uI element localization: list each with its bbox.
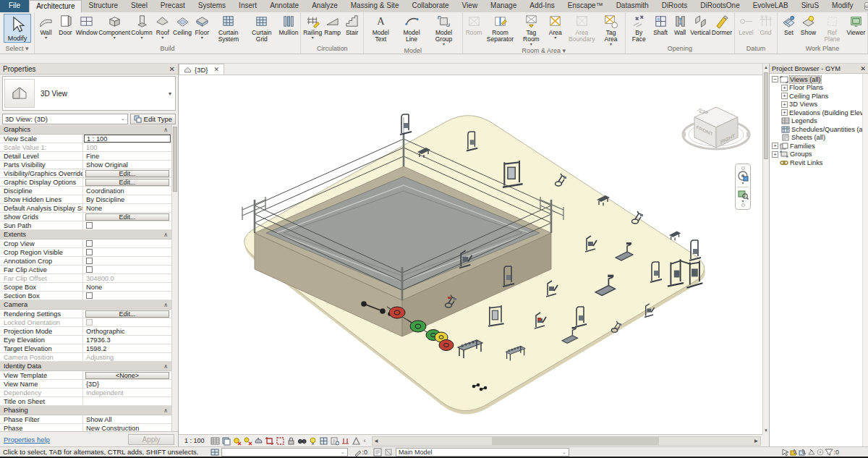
section-identity-data[interactable]: Identity Data∧ [0, 362, 171, 371]
scrollbar-thumb[interactable] [492, 437, 660, 445]
prop-view-name[interactable]: View Name{3D} [0, 380, 171, 389]
prop-phase[interactable]: PhaseNew Construction [0, 424, 171, 431]
tree-item-floor-plans[interactable]: +Floor Plans [770, 84, 868, 93]
chevron-down-icon[interactable]: ▾ [741, 182, 744, 185]
tab-manage[interactable]: Manage [484, 0, 523, 12]
horizontal-scrollbar[interactable]: ◄ ► [372, 436, 761, 446]
active-workset-select[interactable]: ⌄ [221, 448, 348, 457]
design-option-select[interactable]: Main Model⌄ [396, 448, 569, 457]
crop-view-icon[interactable] [265, 436, 274, 446]
section-extents[interactable]: Extents∧ [0, 230, 171, 239]
prop-target-elevation[interactable]: Target Elevation1598.2 [0, 344, 171, 353]
ribbon-button-shaft[interactable]: Shaft [651, 13, 671, 36]
section-box-checkbox[interactable] [86, 292, 93, 299]
prop-sun-path[interactable]: Sun Path [0, 221, 171, 230]
prop-far-clip-active[interactable]: Far Clip Active [0, 266, 171, 274]
ribbon-button-viewer[interactable]: Viewer [846, 13, 866, 36]
select-panel-label[interactable]: Select [5, 45, 23, 52]
ribbon-button-by-face[interactable]: By Face [627, 13, 651, 43]
view-template-button[interactable]: <None> [85, 372, 169, 379]
datum-panel-label[interactable]: Datum [746, 45, 766, 52]
worksharing-display-icon[interactable] [319, 436, 328, 446]
prop-scope-box[interactable]: Scope BoxNone [0, 283, 171, 292]
tab-sirus[interactable]: SiruS [795, 0, 825, 12]
tree-item-legends[interactable]: Legends [770, 117, 868, 126]
prop-detail-level[interactable]: Detail LevelFine [0, 152, 171, 161]
ribbon-button-roof[interactable]: Roof▾ [153, 13, 172, 40]
opening-panel-label[interactable]: Opening [668, 45, 692, 52]
model-panel-label[interactable]: Model [404, 47, 422, 54]
prop-parts-visibility[interactable]: Parts VisibilityShow Original [0, 161, 171, 169]
far-clip-checkbox[interactable] [86, 266, 93, 273]
view-tab-3d[interactable]: {3D} ✕ [179, 64, 224, 75]
expand-icon[interactable]: + [781, 101, 788, 108]
temporary-view-properties-icon[interactable] [330, 436, 339, 446]
collapse-arrow-icon[interactable]: ‹ [362, 437, 367, 444]
prop-phase-filter[interactable]: Phase FilterShow All [0, 415, 171, 424]
tab-view[interactable]: View [456, 0, 485, 12]
crop-view-checkbox[interactable] [86, 240, 93, 247]
analytical-model-icon[interactable] [352, 436, 361, 446]
prop-eye-elevation[interactable]: Eye Elevation17936.3 [0, 336, 171, 344]
steering-wheel-icon[interactable] [737, 170, 749, 182]
ribbon-button-ramp[interactable]: Ramp [323, 13, 342, 36]
work-plane-panel-label[interactable]: Work Plane [806, 45, 839, 52]
tab-steel[interactable]: Steel [124, 0, 154, 12]
ribbon-display-toggle-icon[interactable]: ▭▾ [864, 2, 868, 10]
rendering-dialog-icon[interactable] [254, 436, 263, 446]
tab-datasmith[interactable]: Datasmith [610, 0, 655, 12]
tab-systems[interactable]: Systems [192, 0, 232, 12]
ribbon-button-mullion[interactable]: Mullion [278, 13, 299, 36]
hide-isolate-icon[interactable] [297, 436, 307, 446]
tab-evolvelab[interactable]: EvolveLAB [746, 0, 795, 12]
tab-collaborate[interactable]: Collaborate [405, 0, 455, 12]
tree-item-sheets[interactable]: Sheets (all) [770, 134, 868, 143]
lock-view-icon[interactable] [286, 436, 296, 446]
ribbon-button-wall[interactable]: Wall▾ [36, 13, 56, 40]
editing-requests-icon[interactable] [354, 448, 362, 457]
scroll-right-icon[interactable]: ► [752, 438, 760, 444]
tree-item-3d-views[interactable]: +3D Views [770, 101, 868, 109]
view-scale-control[interactable]: 1 : 100 [180, 437, 209, 444]
prop-discipline[interactable]: DisciplineCoordination [0, 187, 171, 195]
filter-icon[interactable] [825, 448, 833, 457]
ribbon-button-model-group[interactable]: Model Group▾ [427, 13, 461, 46]
scroll-up-icon[interactable]: ▲ [763, 64, 769, 71]
ribbon-button-column[interactable]: Column▾ [131, 13, 153, 40]
prop-show-grids[interactable]: Show GridsEdit... [0, 213, 171, 221]
apply-button[interactable]: Apply [128, 434, 174, 445]
select-links-icon[interactable] [781, 448, 790, 457]
ribbon-button-wall-opening[interactable]: Wall [671, 13, 690, 36]
prop-title-on-sheet[interactable]: Title on Sheet [0, 397, 171, 406]
properties-scrollbar[interactable] [171, 125, 178, 431]
edit-button[interactable]: Edit... [85, 170, 169, 177]
drag-on-selection-icon[interactable] [816, 448, 825, 457]
select-by-face-icon[interactable] [807, 448, 816, 457]
ribbon-button-door[interactable]: Door [56, 13, 75, 36]
expand-icon[interactable]: + [781, 93, 788, 99]
type-selector[interactable]: 3D View ▾ [2, 76, 176, 111]
expand-icon[interactable]: + [781, 85, 788, 91]
prop-annotation-crop[interactable]: Annotation Crop [0, 257, 171, 266]
scrollbar-thumb[interactable] [764, 72, 768, 159]
tab-file[interactable]: File [0, 0, 29, 12]
prop-show-hidden-lines[interactable]: Show Hidden LinesBy Discipline [0, 195, 171, 204]
ribbon-button-room-separator[interactable]: Room Separator [484, 13, 517, 43]
tab-analyze[interactable]: Analyze [305, 0, 344, 12]
properties-help-link[interactable]: Properties help [4, 436, 50, 444]
ribbon-button-vertical[interactable]: Vertical [690, 13, 711, 36]
section-graphics[interactable]: Graphics∧ [0, 125, 171, 135]
type-dropdown-icon[interactable]: ▾ [169, 90, 171, 97]
prop-rendering-settings[interactable]: Rendering SettingsEdit... [0, 310, 171, 318]
tab-annotate[interactable]: Annotate [263, 0, 305, 12]
ribbon-button-area[interactable]: Area▾ [545, 13, 565, 40]
prop-projection-mode[interactable]: Projection ModeOrthographic [0, 327, 171, 336]
annotation-crop-checkbox[interactable] [86, 258, 93, 264]
reveal-constraints-icon[interactable] [341, 436, 350, 446]
prop-view-template[interactable]: View Template<None> [0, 371, 171, 380]
tab-precast[interactable]: Precast [154, 0, 192, 12]
browser-scrollbar[interactable] [862, 74, 868, 446]
close-view-icon[interactable]: ✕ [214, 66, 220, 73]
ribbon-button-component[interactable]: Component▾ [98, 13, 131, 40]
ribbon-button-dormer[interactable]: Dormer [711, 13, 733, 36]
